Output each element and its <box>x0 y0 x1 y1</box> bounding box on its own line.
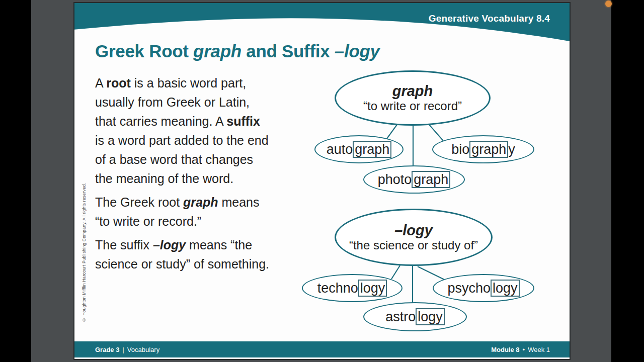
word-oval-technology: technology <box>302 274 403 302</box>
graph-root-oval: graph “to write or record” <box>335 70 491 126</box>
title-part: and Suffix <box>242 41 335 61</box>
title-suffix-logy: –logy <box>335 41 380 61</box>
text-run: psycho <box>447 281 491 296</box>
text-run: bio <box>451 142 469 157</box>
boxed-suffix-logy: logy <box>358 280 387 297</box>
footer-subject: Vocabulary <box>127 346 159 353</box>
text-run: photo <box>378 172 412 187</box>
text-run: is a word part added to the end <box>95 133 269 147</box>
word-oval-autograph: autograph <box>314 135 404 163</box>
body-text: A root is a basic word part,usually from… <box>95 73 306 278</box>
text-run: y <box>508 142 515 157</box>
text-run: science or study” of something. <box>95 257 269 271</box>
text-run: techno <box>317 281 358 296</box>
footer-week: Week 1 <box>528 346 550 353</box>
text-run: A <box>95 76 106 90</box>
footer-grade: Grade 3 <box>95 346 119 353</box>
paragraph-logy-meaning: The suffix –logy means “thescience or st… <box>95 235 306 274</box>
connector-line <box>391 265 400 279</box>
connector-line <box>386 125 397 139</box>
footer-right: Module 8•Week 1 <box>491 346 550 353</box>
text-run: astro <box>385 309 416 324</box>
text-run: “to write or record.” <box>95 214 201 228</box>
footer-left: Grade 3|Vocabulary <box>95 346 159 353</box>
word-oval-psychology: psychology <box>433 274 534 302</box>
graph-root-term: graph <box>392 83 433 99</box>
paragraph-graph-meaning: The Greek root graph means“to write or r… <box>95 193 306 231</box>
graph-root-definition: “to write or record” <box>363 99 462 113</box>
footer-module: Module 8 <box>491 346 519 353</box>
connector-line <box>418 266 444 280</box>
copyright-text: © Houghton Mifflin Harcourt Publishing C… <box>82 183 87 322</box>
text-run: auto <box>327 142 353 157</box>
title-root-graph: graph <box>193 41 242 61</box>
header-badge: Generative Vocabulary 8.4 <box>429 13 550 24</box>
orange-dot-indicator <box>605 1 612 7</box>
slide: Generative Vocabulary 8.4 Greek Root gra… <box>73 2 571 360</box>
page-title: Greek Root graph and Suffix –logy <box>95 41 380 61</box>
title-part: Greek Root <box>95 41 193 61</box>
footer-divider: | <box>122 346 124 353</box>
text-run: is a basic word part, <box>131 76 246 90</box>
word-oval-astrology: astrology <box>363 302 467 331</box>
text-run: means “the <box>186 238 252 252</box>
footer-bar: Grade 3|Vocabulary Module 8•Week 1 <box>74 341 570 357</box>
text-run: The Greek root <box>95 195 183 209</box>
text-run: means <box>218 195 260 209</box>
text-run: The suffix <box>95 238 153 252</box>
term-graph: graph <box>183 195 218 209</box>
footer-bullet: • <box>523 346 525 353</box>
text-run: of a base word that changes <box>95 152 253 166</box>
term-root: root <box>106 76 131 90</box>
logy-suffix-oval: –logy “the science or study of” <box>335 209 493 266</box>
boxed-root-graph: graph <box>469 141 508 158</box>
paragraph-definitions: A root is a basic word part,usually from… <box>95 73 306 188</box>
logy-suffix-term: –logy <box>394 222 433 238</box>
word-oval-photograph: photograph <box>363 165 465 194</box>
word-oval-biography: biography <box>432 135 534 163</box>
text-run: the meaning of the word. <box>95 171 233 186</box>
boxed-root-graph: graph <box>412 171 450 188</box>
boxed-suffix-logy: logy <box>416 308 445 325</box>
term-suffix: suffix <box>226 114 260 128</box>
connector-line <box>429 125 443 141</box>
term-logy: –logy <box>153 238 186 252</box>
boxed-root-graph: graph <box>353 141 391 158</box>
text-run: that carries meaning. A <box>95 114 226 128</box>
text-run: usually from Greek or Latin, <box>95 95 250 109</box>
boxed-suffix-logy: logy <box>491 280 520 297</box>
logy-suffix-definition: “the science or study of” <box>349 238 478 252</box>
